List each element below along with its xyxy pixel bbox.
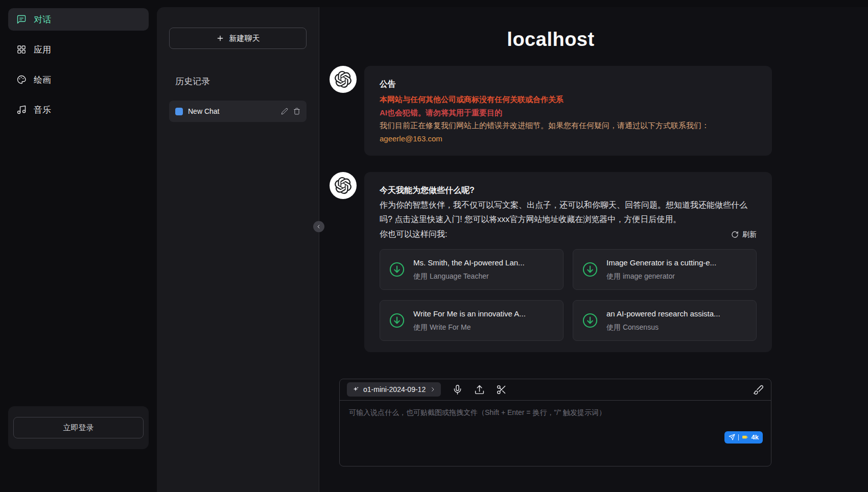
arrow-down-circle-icon [388, 261, 406, 278]
sidebar-item-drawing[interactable]: 绘画 [8, 68, 149, 91]
music-note-icon [16, 105, 27, 115]
upload-icon [474, 384, 485, 395]
microphone-icon [452, 384, 463, 395]
suggestion-grid: Ms. Smith, the AI-powered Lan... 使用 Lang… [380, 249, 757, 341]
welcome-body: 作为你的智慧伙伴，我不仅可以写文案、出点子，还可以和你聊天、回答问题。想知道我还… [380, 198, 757, 228]
announcement-title: 公告 [380, 77, 757, 92]
chat-item-title: New Chat [188, 107, 219, 115]
suggestion-title: Image Generator is a cutting-e... [606, 258, 716, 268]
message-announcement: 公告 本网站与任何其他公司或商标没有任何关联或合作关系 AI也会犯错。请勿将其用… [330, 66, 772, 156]
assistant-avatar [330, 172, 357, 199]
assistant-avatar [330, 66, 357, 93]
login-button[interactable]: 立即登录 [13, 417, 144, 438]
composer-body: 4k [340, 401, 771, 466]
suggestion-title: Ms. Smith, the AI-powered Lan... [413, 258, 525, 268]
sidebar-item-chat[interactable]: 对话 [8, 8, 149, 31]
suggestion-subtitle: 使用 Write For Me [413, 323, 526, 332]
announcement-line: 我们目前正在修复我们网站上的错误并改进细节。如果您有任何疑问，请通过以下方式联系… [380, 120, 757, 131]
suggestion-subtitle: 使用 image generator [606, 272, 716, 281]
announcement-line: 本网站与任何其他公司或商标没有任何关联或合作关系 [380, 94, 757, 105]
chevron-left-icon [316, 224, 322, 230]
sidebar-item-apps[interactable]: 应用 [8, 38, 149, 61]
announcement-line: AI也会犯错。请勿将其用于重要目的 [380, 107, 757, 118]
sidebar: 对话 应用 绘画 音乐 立即登录 [0, 0, 157, 492]
delete-icon[interactable] [293, 108, 300, 115]
arrow-down-circle-icon [388, 312, 406, 329]
announcement-email[interactable]: ageerle@163.com [380, 133, 757, 144]
new-chat-label: 新建聊天 [229, 34, 260, 43]
chat-item-icon [175, 108, 183, 115]
sidebar-footer: 立即登录 [8, 406, 149, 449]
welcome-title: 今天我能为您做些什么呢? [380, 183, 757, 198]
chevron-right-icon [430, 386, 436, 392]
sparkle-icon [352, 386, 359, 393]
broom-icon [753, 384, 764, 395]
token-count: 4k [752, 433, 759, 441]
edit-icon[interactable] [281, 108, 288, 115]
chat-list-item[interactable]: New Chat [169, 101, 307, 122]
send-token-badge[interactable]: 4k [724, 431, 763, 444]
page-title: localhost [330, 29, 772, 51]
suggestion-card[interactable]: Ms. Smith, the AI-powered Lan... 使用 Lang… [380, 249, 564, 290]
microphone-button[interactable] [452, 384, 463, 395]
suggestion-card[interactable]: Write For Me is an innovative A... 使用 Wr… [380, 300, 564, 341]
sidebar-item-label: 音乐 [34, 104, 51, 116]
apps-grid-icon [16, 44, 27, 55]
message-input[interactable] [340, 401, 771, 466]
app-root: 对话 应用 绘画 音乐 立即登录 [0, 0, 868, 492]
openai-logo-icon [335, 71, 351, 88]
scissors-icon [496, 384, 507, 395]
model-label: o1-mini-2024-09-12 [363, 385, 426, 393]
upload-button[interactable] [474, 384, 485, 395]
composer: o1-mini-2024-09-12 [339, 379, 771, 466]
plus-icon [216, 34, 224, 42]
suggestion-title: an AI-powered research assista... [606, 309, 720, 319]
workspace: 新建聊天 历史记录 New Chat [157, 7, 868, 492]
palette-icon [16, 75, 27, 85]
main-chat-area: localhost 公告 本网站与任何其他公司或商标没有任何关联或合作关系 AI… [319, 7, 868, 492]
arrow-down-circle-icon [581, 261, 599, 278]
chat-list-panel: 新建聊天 历史记录 New Chat [157, 7, 319, 492]
screenshot-button[interactable] [496, 384, 507, 395]
arrow-down-circle-icon [581, 312, 599, 329]
new-chat-button[interactable]: 新建聊天 [169, 28, 307, 49]
message-welcome: 今天我能为您做些什么呢? 作为你的智慧伙伴，我不仅可以写文案、出点子，还可以和你… [330, 172, 772, 352]
history-label: 历史记录 [175, 76, 307, 87]
send-icon [729, 434, 735, 440]
refresh-label: 刷新 [742, 228, 757, 241]
composer-toolbar: o1-mini-2024-09-12 [340, 379, 771, 401]
sidebar-item-label: 绘画 [34, 74, 51, 86]
suggestion-title: Write For Me is an innovative A... [413, 309, 526, 319]
suggestion-subtitle: 使用 Consensus [606, 323, 720, 332]
refresh-icon [731, 231, 739, 238]
clear-context-button[interactable] [753, 384, 764, 395]
openai-logo-icon [335, 177, 351, 194]
sidebar-item-label: 应用 [34, 44, 51, 56]
suggestion-card[interactable]: Image Generator is a cutting-e... 使用 ima… [573, 249, 757, 290]
announcement-bubble: 公告 本网站与任何其他公司或商标没有任何关联或合作关系 AI也会犯错。请勿将其用… [364, 66, 772, 156]
battery-icon [742, 434, 748, 440]
badge-divider [738, 434, 739, 440]
refresh-button[interactable]: 刷新 [731, 228, 757, 241]
suggestion-card[interactable]: an AI-powered research assista... 使用 Con… [573, 300, 757, 341]
welcome-bubble: 今天我能为您做些什么呢? 作为你的智慧伙伴，我不仅可以写文案、出点子，还可以和你… [364, 172, 772, 352]
collapse-panel-button[interactable] [313, 221, 324, 232]
chat-bubble-icon [16, 14, 27, 24]
model-selector[interactable]: o1-mini-2024-09-12 [347, 382, 441, 397]
sidebar-item-label: 对话 [34, 14, 51, 26]
suggestion-subtitle: 使用 Language Teacher [413, 272, 525, 281]
sidebar-item-music[interactable]: 音乐 [8, 99, 149, 121]
ask-hint: 你也可以这样问我: [380, 227, 447, 242]
